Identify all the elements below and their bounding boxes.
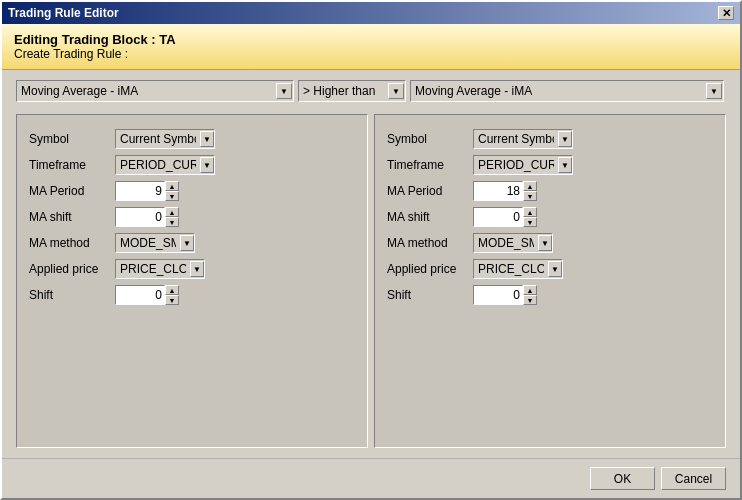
title-bar: Trading Rule Editor ✕: [2, 2, 740, 24]
left-appliedprice-label: Applied price: [29, 262, 109, 276]
footer: OK Cancel: [2, 458, 740, 498]
right-maperiod-up[interactable]: ▲: [523, 181, 537, 191]
right-indicator-select[interactable]: Moving Average - iMA: [410, 80, 724, 102]
left-indicator-select[interactable]: Moving Average - iMA: [16, 80, 294, 102]
left-mashift-input[interactable]: [115, 207, 165, 227]
left-indicator-select-container[interactable]: Moving Average - iMA ▼: [16, 80, 294, 102]
left-timeframe-select-container[interactable]: PERIOD_CURRENT ▼: [115, 155, 215, 175]
left-appliedprice-row: Applied price PRICE_CLOSE ▼: [29, 259, 355, 279]
header-subtitle: Create Trading Rule :: [14, 47, 728, 61]
trading-rule-editor-window: Trading Rule Editor ✕ Editing Trading Bl…: [0, 0, 742, 500]
left-maperiod-down[interactable]: ▼: [165, 191, 179, 201]
right-appliedprice-label: Applied price: [387, 262, 467, 276]
right-shift-buttons: ▲ ▼: [523, 285, 537, 305]
right-mashift-down[interactable]: ▼: [523, 217, 537, 227]
left-mamethod-row: MA method MODE_SMA ▼: [29, 233, 355, 253]
right-mashift-spinbox: ▲ ▼: [473, 207, 537, 227]
right-maperiod-buttons: ▲ ▼: [523, 181, 537, 201]
right-mashift-label: MA shift: [387, 210, 467, 224]
right-symbol-select-container[interactable]: Current Symbol ▼: [473, 129, 573, 149]
left-mamethod-label: MA method: [29, 236, 109, 250]
content-area: Moving Average - iMA ▼ > Higher than ▼ M…: [2, 70, 740, 458]
left-appliedprice-select[interactable]: PRICE_CLOSE: [115, 259, 205, 279]
window-title: Trading Rule Editor: [8, 6, 119, 20]
right-shift-up[interactable]: ▲: [523, 285, 537, 295]
left-shift-up[interactable]: ▲: [165, 285, 179, 295]
header-section: Editing Trading Block : TA Create Tradin…: [2, 24, 740, 70]
right-timeframe-label: Timeframe: [387, 158, 467, 172]
left-mashift-label: MA shift: [29, 210, 109, 224]
right-mamethod-row: MA method MODE_SMA ▼: [387, 233, 713, 253]
right-shift-row: Shift ▲ ▼: [387, 285, 713, 305]
right-appliedprice-select-container[interactable]: PRICE_CLOSE ▼: [473, 259, 563, 279]
left-mashift-row: MA shift ▲ ▼: [29, 207, 355, 227]
left-symbol-select-container[interactable]: Current Symbol ▼: [115, 129, 215, 149]
right-appliedprice-row: Applied price PRICE_CLOSE ▼: [387, 259, 713, 279]
left-shift-spinbox: ▲ ▼: [115, 285, 179, 305]
right-symbol-row: Symbol Current Symbol ▼: [387, 129, 713, 149]
left-mashift-spinbox: ▲ ▼: [115, 207, 179, 227]
left-maperiod-row: MA Period ▲ ▼: [29, 181, 355, 201]
right-maperiod-row: MA Period ▲ ▼: [387, 181, 713, 201]
left-timeframe-label: Timeframe: [29, 158, 109, 172]
left-shift-input[interactable]: [115, 285, 165, 305]
left-symbol-select[interactable]: Current Symbol: [115, 129, 215, 149]
left-symbol-label: Symbol: [29, 132, 109, 146]
left-maperiod-label: MA Period: [29, 184, 109, 198]
left-shift-down[interactable]: ▼: [165, 295, 179, 305]
condition-row: Moving Average - iMA ▼ > Higher than ▼ M…: [16, 80, 726, 102]
left-mashift-up[interactable]: ▲: [165, 207, 179, 217]
right-mashift-buttons: ▲ ▼: [523, 207, 537, 227]
ok-button[interactable]: OK: [590, 467, 655, 490]
left-maperiod-input[interactable]: [115, 181, 165, 201]
right-mashift-input[interactable]: [473, 207, 523, 227]
left-maperiod-up[interactable]: ▲: [165, 181, 179, 191]
right-symbol-select[interactable]: Current Symbol: [473, 129, 573, 149]
right-mashift-row: MA shift ▲ ▼: [387, 207, 713, 227]
close-button[interactable]: ✕: [718, 6, 734, 20]
right-shift-down[interactable]: ▼: [523, 295, 537, 305]
right-mashift-up[interactable]: ▲: [523, 207, 537, 217]
left-shift-row: Shift ▲ ▼: [29, 285, 355, 305]
left-panel: Symbol Current Symbol ▼ Timeframe PERIOD…: [16, 114, 368, 448]
right-mamethod-label: MA method: [387, 236, 467, 250]
left-maperiod-buttons: ▲ ▼: [165, 181, 179, 201]
header-title: Editing Trading Block : TA: [14, 32, 728, 47]
left-mashift-down[interactable]: ▼: [165, 217, 179, 227]
right-shift-spinbox: ▲ ▼: [473, 285, 537, 305]
right-appliedprice-select[interactable]: PRICE_CLOSE: [473, 259, 563, 279]
right-timeframe-select[interactable]: PERIOD_CURRENT: [473, 155, 573, 175]
left-appliedprice-select-container[interactable]: PRICE_CLOSE ▼: [115, 259, 205, 279]
operator-select-container[interactable]: > Higher than ▼: [298, 80, 406, 102]
right-timeframe-select-container[interactable]: PERIOD_CURRENT ▼: [473, 155, 573, 175]
right-shift-input[interactable]: [473, 285, 523, 305]
left-mashift-buttons: ▲ ▼: [165, 207, 179, 227]
right-mamethod-select[interactable]: MODE_SMA: [473, 233, 553, 253]
left-symbol-row: Symbol Current Symbol ▼: [29, 129, 355, 149]
left-timeframe-row: Timeframe PERIOD_CURRENT ▼: [29, 155, 355, 175]
left-shift-label: Shift: [29, 288, 109, 302]
panels-row: Symbol Current Symbol ▼ Timeframe PERIOD…: [16, 114, 726, 448]
right-panel: Symbol Current Symbol ▼ Timeframe PERIOD…: [374, 114, 726, 448]
operator-select[interactable]: > Higher than: [298, 80, 406, 102]
right-shift-label: Shift: [387, 288, 467, 302]
cancel-button[interactable]: Cancel: [661, 467, 726, 490]
right-indicator-select-container[interactable]: Moving Average - iMA ▼: [410, 80, 724, 102]
left-shift-buttons: ▲ ▼: [165, 285, 179, 305]
right-timeframe-row: Timeframe PERIOD_CURRENT ▼: [387, 155, 713, 175]
right-symbol-label: Symbol: [387, 132, 467, 146]
left-mamethod-select-container[interactable]: MODE_SMA ▼: [115, 233, 195, 253]
right-maperiod-input[interactable]: [473, 181, 523, 201]
right-maperiod-down[interactable]: ▼: [523, 191, 537, 201]
left-mamethod-select[interactable]: MODE_SMA: [115, 233, 195, 253]
left-maperiod-spinbox: ▲ ▼: [115, 181, 179, 201]
right-maperiod-label: MA Period: [387, 184, 467, 198]
left-timeframe-select[interactable]: PERIOD_CURRENT: [115, 155, 215, 175]
right-maperiod-spinbox: ▲ ▼: [473, 181, 537, 201]
right-mamethod-select-container[interactable]: MODE_SMA ▼: [473, 233, 553, 253]
